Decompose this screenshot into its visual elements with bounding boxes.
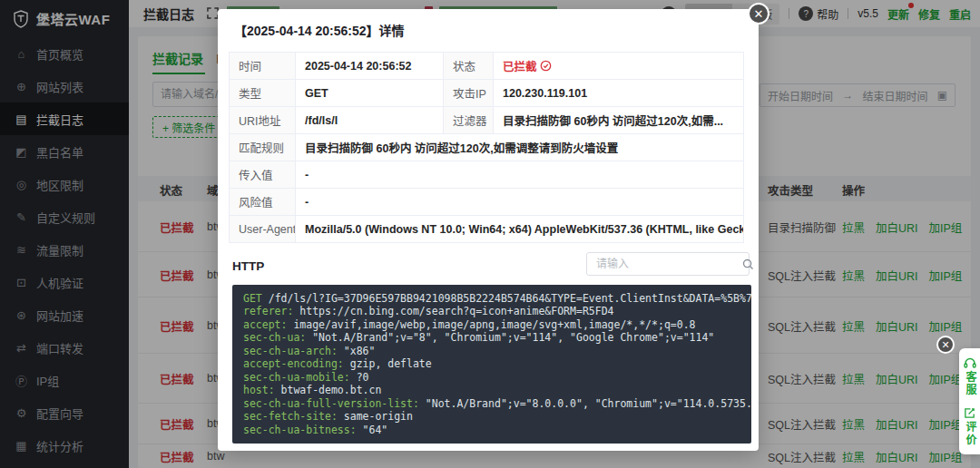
modal-title: 【2025-04-14 20:56:52】详情 [234, 21, 405, 39]
detail-row-user-agent: User-Agent Mozilla/5.0 (Windows NT 10.0;… [230, 216, 743, 243]
detail-table: 时间 2025-04-14 20:56:52 状态 已拦截 类型 GET 攻击I… [229, 52, 744, 243]
detail-row-type-ip: 类型 GET 攻击IP 120.230.119.101 [230, 80, 743, 107]
code-line: accept-encoding: gzip, deflate [243, 357, 751, 370]
detail-row-risk-value: 风险值 - [230, 189, 743, 216]
time-label: 时间 [230, 53, 296, 79]
risk-value-label: 风险值 [230, 189, 296, 215]
detail-modal: 【2025-04-14 20:56:52】详情 ✕ 时间 2025-04-14 … [218, 9, 759, 451]
http-request-code-block: GET /fd/ls/l?IG=37D96E597BB9421098B5B222… [232, 285, 751, 444]
uri-value: /fd/ls/l [296, 107, 444, 133]
floating-service-widget: 客服 评价 [959, 348, 980, 454]
code-line: accept: image/avif,image/webp,image/apng… [243, 318, 751, 331]
detail-row-time-status: 时间 2025-04-14 20:56:52 状态 已拦截 [230, 53, 743, 80]
modal-close-button[interactable]: ✕ [748, 3, 769, 24]
code-line: GET /fd/ls/l?IG=37D96E597BB9421098B5B222… [243, 292, 751, 305]
uri-label: URI地址 [230, 107, 296, 133]
edit-review-icon[interactable] [964, 407, 975, 419]
status-label: 状态 [444, 53, 494, 79]
match-rule-label: 匹配规则 [230, 134, 296, 161]
http-section-label: HTTP [232, 259, 264, 273]
filter-label: 过滤器 [444, 107, 494, 133]
widget-close-button[interactable]: ✕ [936, 336, 955, 354]
detail-row-uri-filter: URI地址 /fd/ls/l 过滤器 目录扫描防御 60秒内 访问超过120次,… [230, 107, 743, 134]
user-agent-label: User-Agent [230, 216, 296, 242]
attack-ip-value: 120.230.119.101 [494, 80, 743, 106]
code-line: sec-ch-ua-full-version-list: "Not.A/Bran… [243, 397, 751, 410]
app-root: 拦截日志 ● 专业版 免费版 ? 帮助 v5.5 更新 修复 [0, 0, 980, 468]
code-line: sec-ch-ua-arch: "x86" [243, 345, 751, 357]
customer-service-button[interactable]: 客服 [964, 371, 975, 396]
detail-row-input-value: 传入值 - [230, 161, 743, 189]
attack-ip-label: 攻击IP [444, 80, 494, 106]
input-value-label: 传入值 [230, 161, 296, 188]
code-line: host: btwaf-demo.bt.cn [243, 384, 751, 396]
code-line: referer: https://cn.bing.com/search?q=ic… [243, 305, 751, 317]
time-value: 2025-04-14 20:56:52 [296, 53, 444, 79]
input-value-value: - [296, 161, 743, 188]
search-icon[interactable] [742, 258, 754, 270]
user-agent-value: Mozilla/5.0 (Windows NT 10.0; Win64; x64… [296, 216, 743, 242]
code-line: sec-fetch-site: same-origin [243, 410, 751, 423]
http-search-box [586, 252, 750, 276]
detail-row-match-rule: 匹配规则 目录扫描防御 60秒内 访问超过120次,如需调整请到防火墙设置 [230, 134, 743, 161]
code-line: sec-ch-ua-mobile: ?0 [243, 371, 751, 384]
match-rule-value: 目录扫描防御 60秒内 访问超过120次,如需调整请到防火墙设置 [296, 134, 743, 161]
risk-value-value: - [296, 189, 743, 215]
filter-value: 目录扫描防御 60秒内 访问超过120次,如需... [494, 107, 743, 133]
headset-icon[interactable] [964, 357, 976, 369]
review-button[interactable]: 评价 [964, 421, 975, 446]
type-value: GET [296, 80, 444, 106]
http-search-input[interactable] [587, 258, 742, 270]
type-label: 类型 [230, 80, 296, 106]
blocked-shield-icon [540, 60, 552, 72]
code-line: sec-ch-ua-bitness: "64" [243, 424, 751, 436]
code-line: sec-ch-ua: "Not.A/Brand";v="8", "Chromiu… [243, 331, 751, 344]
status-value: 已拦截 [503, 57, 552, 74]
